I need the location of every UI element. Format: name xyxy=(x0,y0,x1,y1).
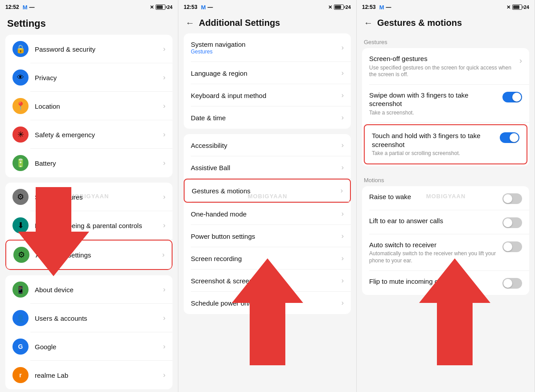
settings-item-about[interactable]: 📱 About device › xyxy=(5,275,173,304)
settings-item-special[interactable]: ⚙ Special features › xyxy=(5,183,173,211)
settings-item-realme[interactable]: r realme Lab › xyxy=(5,361,173,389)
battery-chevron: › xyxy=(163,159,165,167)
battery-icon-2 xyxy=(334,4,344,10)
wellbeing-chevron: › xyxy=(163,221,165,229)
additional-chevron: › xyxy=(162,251,165,259)
motion-item-auto-switch[interactable]: Auto switch to receiver Automatically sw… xyxy=(362,234,529,271)
raise-wake-toggle[interactable] xyxy=(502,193,522,204)
realme-icon: r xyxy=(12,367,29,383)
swipe-screenshot-desc: Take a screenshot. xyxy=(369,110,497,117)
page-title-2: Additional Settings xyxy=(199,18,280,28)
swipe-screenshot-toggle[interactable] xyxy=(502,92,522,102)
panel2-content: System navigation Gestures › Language & … xyxy=(178,33,356,392)
status-bar-2: 12:53 M — ✕ 24 xyxy=(178,0,356,14)
settings-item-password[interactable]: 🔒 Password & security › xyxy=(5,35,173,63)
panel-1: 12:52 M — ✕ 24 Settings 🔒 Password & sec… xyxy=(0,0,178,392)
settings-item-location[interactable]: 📍 Location › xyxy=(5,92,173,120)
battery-num-2: 24 xyxy=(346,4,351,10)
additional-item-schedule[interactable]: Schedule power on/off › xyxy=(184,292,351,314)
gesture-item-swipe-screenshot[interactable]: Swipe down with 3 fingers to take screen… xyxy=(362,85,529,123)
onehand-label: One-handed mode xyxy=(191,210,342,218)
system-nav-sub: Gestures xyxy=(191,49,342,55)
keyboard-chevron: › xyxy=(342,91,344,99)
panel1-content: 🔒 Password & security › 👁 Privacy › 📍 xyxy=(0,35,178,392)
time-2: 12:53 xyxy=(184,4,198,10)
mi-icon-3: M xyxy=(379,4,384,11)
location-label: Location xyxy=(35,102,160,110)
touch-screenshot-toggle[interactable] xyxy=(500,132,519,143)
touch-screenshot-title: Touch and hold with 3 fingers to take sc… xyxy=(372,131,494,149)
additional-item-onehand[interactable]: One-handed mode › xyxy=(184,203,351,225)
signal-icon-2: — xyxy=(208,4,213,10)
additional-item-assistive[interactable]: Assistive Ball › xyxy=(184,156,351,179)
gesture-item-screen-off[interactable]: Screen-off gestures Use specified gestur… xyxy=(362,48,529,85)
additional-group-1: System navigation Gestures › Language & … xyxy=(184,33,351,129)
users-label: Users & accounts xyxy=(35,314,160,322)
flip-mute-title: Flip to mute incoming calls xyxy=(369,277,497,286)
battery-num-3: 24 xyxy=(524,4,529,10)
additional-item-screen1[interactable]: Screen recording › xyxy=(184,247,351,270)
privacy-chevron: › xyxy=(163,74,165,82)
screen-off-title: Screen-off gestures xyxy=(369,54,514,63)
settings-group-1: 🔒 Password & security › 👁 Privacy › 📍 xyxy=(5,35,173,177)
special-label: Special features xyxy=(35,193,160,201)
settings-item-additional[interactable]: ⚙ Additional Settings › xyxy=(5,240,173,270)
language-label: Language & region xyxy=(191,69,342,77)
page-title-3: Gestures & motions xyxy=(377,18,462,28)
settings-item-safety[interactable]: ✳ Safety & emergency › xyxy=(5,120,173,149)
motions-section-label: Motions xyxy=(362,172,529,186)
wellbeing-label: Digital Wellbeing & parental controls xyxy=(35,222,160,229)
location-icon: 📍 xyxy=(12,98,29,114)
additional-group-2: Accessibility › Assistive Ball › Gesture… xyxy=(184,134,351,314)
additional-item-language[interactable]: Language & region › xyxy=(184,62,351,84)
additional-item-accessibility[interactable]: Accessibility › xyxy=(184,134,351,156)
settings-item-privacy[interactable]: 👁 Privacy › xyxy=(5,63,173,92)
realme-label: realme Lab xyxy=(35,372,160,379)
privacy-label: Privacy xyxy=(35,74,160,82)
screen2-label: Screenshot & screen recording xyxy=(191,277,342,285)
lift-ear-title: Lift to ear to answer calls xyxy=(369,216,497,225)
gesture-item-touch-screenshot[interactable]: Touch and hold with 3 fingers to take sc… xyxy=(364,124,527,164)
battery-icon-3 xyxy=(512,4,522,10)
additional-item-keyboard[interactable]: Keyboard & input method › xyxy=(184,84,351,106)
gestures-group: Screen-off gestures Use specified gestur… xyxy=(362,48,529,166)
settings-item-google[interactable]: G Google › xyxy=(5,332,173,361)
additional-item-gestures[interactable]: Gestures & motions › xyxy=(184,179,351,203)
system-nav-label: System navigation xyxy=(191,41,342,48)
battery-settings-icon: 🔋 xyxy=(12,155,29,171)
flip-mute-toggle[interactable] xyxy=(502,278,522,289)
special-icon: ⚙ xyxy=(12,189,29,205)
google-label: Google xyxy=(35,343,160,351)
additional-item-system-nav[interactable]: System navigation Gestures › xyxy=(184,33,351,62)
privacy-icon: 👁 xyxy=(12,69,29,86)
settings-item-battery[interactable]: 🔋 Battery › xyxy=(5,149,173,177)
additional-label: Additional Settings xyxy=(36,251,159,259)
about-icon: 📱 xyxy=(12,282,29,298)
gestures-label: Gestures & motions xyxy=(192,187,341,195)
motion-item-flip-mute[interactable]: Flip to mute incoming calls xyxy=(362,271,529,295)
signal-icon: — xyxy=(29,4,35,10)
assistive-label: Assistive Ball xyxy=(191,164,342,172)
about-label: About device xyxy=(35,286,160,294)
time-1: 12:52 xyxy=(5,4,19,10)
battery-icon-1 xyxy=(156,4,165,10)
mi-icon-2: M xyxy=(201,4,206,11)
settings-item-users[interactable]: 👤 Users & accounts › xyxy=(5,304,173,332)
settings-item-wellbeing[interactable]: ⬇ Digital Wellbeing & parental controls … xyxy=(5,211,173,240)
auto-switch-toggle[interactable] xyxy=(502,241,522,252)
motion-item-lift-ear[interactable]: Lift to ear to answer calls xyxy=(362,210,529,234)
swipe-screenshot-title: Swipe down with 3 fingers to take screen… xyxy=(369,91,497,108)
motion-item-raise-wake[interactable]: Raise to wake xyxy=(362,186,529,210)
lift-ear-toggle[interactable] xyxy=(502,217,522,228)
screen-off-chevron: › xyxy=(519,56,522,65)
back-button-2[interactable]: ← xyxy=(185,18,194,28)
raise-wake-title: Raise to wake xyxy=(369,192,497,201)
additional-item-power[interactable]: Power button settings › xyxy=(184,225,351,247)
location-chevron: › xyxy=(163,102,165,110)
additional-item-screen2[interactable]: Screenshot & screen recording › xyxy=(184,270,351,292)
battery-num-1: 24 xyxy=(167,4,173,10)
back-button-3[interactable]: ← xyxy=(364,18,373,28)
wellbeing-icon: ⬇ xyxy=(12,217,29,233)
schedule-label: Schedule power on/off xyxy=(191,299,342,307)
additional-item-datetime[interactable]: Date & time › xyxy=(184,106,351,129)
